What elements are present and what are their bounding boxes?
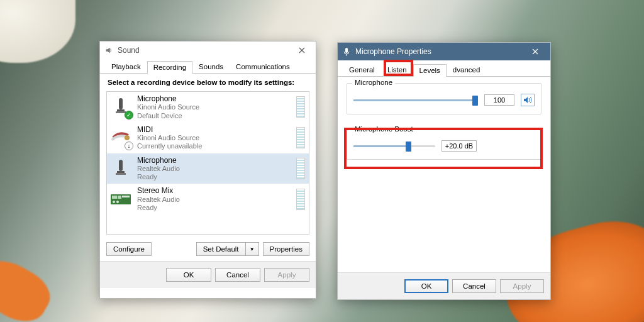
tab-general[interactable]: General — [343, 64, 381, 76]
device-sub2: Ready — [137, 204, 291, 212]
list-item[interactable]: ↓ MIDI Kinoni Audio Source Currently una… — [107, 123, 309, 153]
microphone-icon: ✓ — [109, 96, 132, 118]
svg-rect-6 — [116, 173, 126, 175]
sound-icon — [104, 45, 114, 55]
svg-rect-5 — [117, 171, 125, 173]
device-sub1: Realtek Audio — [137, 196, 291, 204]
device-sub2: Default Device — [137, 112, 291, 120]
tab-advanced[interactable]: dvanced — [447, 64, 486, 76]
apply-button[interactable]: Apply — [500, 279, 544, 293]
stereo-mix-icon — [109, 188, 132, 211]
mic-tabstrip: General Listen Levels dvanced — [338, 60, 550, 77]
ok-button[interactable]: OK — [404, 279, 448, 293]
svg-point-11 — [113, 201, 115, 203]
device-sub1: Realtek Audio — [137, 165, 291, 173]
sound-instruction: Select a recording device below to modif… — [100, 74, 316, 90]
svg-rect-9 — [118, 196, 121, 199]
tab-recording[interactable]: Recording — [147, 61, 192, 74]
svg-rect-0 — [119, 98, 123, 109]
microphone-level-slider[interactable] — [353, 94, 478, 106]
list-item[interactable]: Stereo Mix Realtek Audio Ready — [107, 184, 309, 214]
cancel-button[interactable]: Cancel — [215, 268, 260, 282]
microphone-level-value[interactable]: 100 — [484, 94, 514, 106]
list-item[interactable]: ✓ Microphone Kinoni Audio Source Default… — [107, 92, 309, 123]
close-icon[interactable] — [523, 43, 548, 60]
list-item[interactable]: Microphone Realtek Audio Ready — [107, 153, 309, 184]
device-sub2: Ready — [137, 173, 291, 181]
device-name: Microphone — [137, 94, 291, 103]
device-name: Stereo Mix — [137, 186, 291, 195]
svg-rect-8 — [112, 196, 117, 199]
svg-point-3 — [125, 135, 130, 140]
device-name: MIDI — [137, 125, 291, 134]
device-sub1: Kinoni Audio Source — [137, 103, 291, 111]
sound-titlebar[interactable]: Sound — [100, 42, 316, 59]
sound-dialog-buttons: OK Cancel Apply — [100, 261, 316, 288]
set-default-split-button[interactable]: Set Default ▼ — [196, 242, 259, 256]
sound-tabstrip: Playback Recording Sounds Communications — [100, 59, 316, 74]
check-icon: ✓ — [125, 111, 133, 119]
mic-properties-window: Microphone Properties General Listen Lev… — [337, 42, 551, 300]
level-meter — [296, 96, 305, 118]
microphone-icon — [343, 47, 352, 56]
midi-icon: ↓ — [109, 126, 132, 149]
set-default-button[interactable]: Set Default — [196, 242, 246, 256]
svg-rect-1 — [117, 109, 125, 111]
chevron-down-icon[interactable]: ▼ — [246, 242, 259, 256]
group-label: Microphone — [352, 79, 395, 86]
apply-button[interactable]: Apply — [264, 268, 309, 282]
mic-titlebar[interactable]: Microphone Properties — [338, 43, 550, 60]
tab-sounds[interactable]: Sounds — [192, 60, 230, 73]
close-icon[interactable] — [292, 43, 312, 57]
mic-dialog-buttons: OK Cancel Apply — [338, 272, 550, 299]
tab-playback[interactable]: Playback — [105, 60, 147, 73]
arrow-down-icon: ↓ — [125, 142, 133, 150]
cancel-button[interactable]: Cancel — [452, 279, 496, 293]
device-sub1: Kinoni Audio Source — [137, 134, 291, 142]
tab-levels[interactable]: Levels — [413, 64, 447, 77]
svg-rect-4 — [119, 160, 123, 171]
svg-rect-13 — [345, 48, 348, 53]
microphone-level-group: Microphone 100 — [347, 83, 541, 114]
svg-rect-10 — [122, 196, 130, 197]
properties-button[interactable]: Properties — [263, 242, 309, 256]
svg-point-12 — [116, 201, 119, 203]
level-meter — [296, 189, 305, 210]
sound-window: Sound Playback Recording Sounds Communic… — [99, 41, 316, 299]
tab-communications[interactable]: Communications — [230, 60, 296, 73]
sound-title-text: Sound — [118, 46, 140, 55]
device-name: Microphone — [137, 156, 291, 165]
highlight-box — [384, 60, 413, 76]
ok-button[interactable]: OK — [166, 268, 211, 282]
device-list[interactable]: ✓ Microphone Kinoni Audio Source Default… — [106, 91, 309, 235]
microphone-icon — [109, 157, 132, 180]
level-meter — [296, 127, 305, 148]
highlight-box — [344, 128, 543, 169]
configure-button[interactable]: Configure — [106, 242, 152, 256]
sound-action-row: Configure Set Default ▼ Properties — [100, 238, 316, 256]
mic-title-text: Microphone Properties — [355, 47, 431, 56]
speaker-icon[interactable] — [521, 94, 535, 106]
level-meter — [296, 158, 305, 179]
device-sub2: Currently unavailable — [137, 142, 291, 150]
svg-rect-14 — [347, 54, 347, 56]
